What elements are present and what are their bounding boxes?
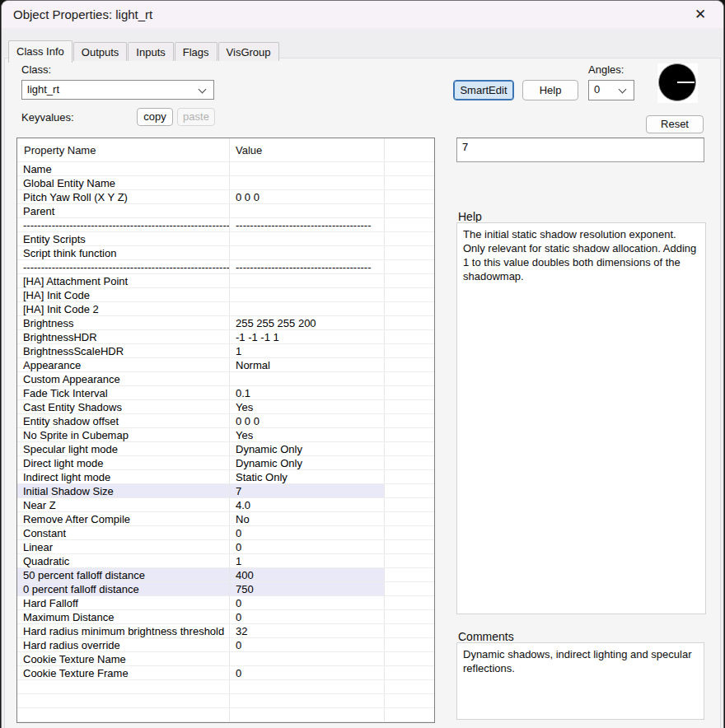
property-value-cell: Dynamic Only — [230, 442, 385, 455]
table-row[interactable]: Hard radius override0 — [17, 638, 434, 652]
table-row[interactable]: Cookie Texture Frame0 — [17, 666, 434, 680]
table-row[interactable]: Constant0 — [17, 526, 434, 540]
table-row[interactable]: ----------------------------------------… — [17, 218, 434, 232]
table-row[interactable]: Entity shadow offset0 0 0 — [17, 414, 434, 428]
row-spacer — [385, 456, 434, 469]
property-value-cell: 400 — [230, 568, 385, 581]
property-name-cell: Parent — [17, 204, 230, 217]
table-row[interactable]: Name — [17, 162, 434, 176]
table-row[interactable]: Direct light modeDynamic Only — [17, 456, 434, 470]
tab-outputs[interactable]: Outputs — [73, 42, 128, 61]
object-properties-dialog: Object Properties: light_rt ✕ Class Info… — [1, 0, 724, 728]
table-row[interactable]: ----------------------------------------… — [17, 260, 434, 274]
tab-inputs[interactable]: Inputs — [128, 42, 173, 61]
paste-button[interactable]: paste — [177, 108, 215, 126]
property-name-cell: Entity shadow offset — [17, 414, 230, 427]
table-row[interactable] — [17, 680, 434, 694]
table-row[interactable]: BrightnessHDR-1 -1 -1 1 — [17, 330, 434, 344]
property-value-cell: 0 0 0 — [230, 414, 385, 427]
property-name-cell: Script think function — [17, 246, 230, 259]
row-spacer — [385, 512, 434, 525]
property-name-cell: ----------------------------------------… — [17, 260, 230, 273]
table-header: Property Name Value — [17, 138, 434, 162]
tab-flags[interactable]: Flags — [175, 42, 218, 61]
table-row[interactable] — [17, 708, 434, 722]
angle-dial-circle — [658, 63, 696, 101]
reset-button[interactable]: Reset — [646, 115, 704, 133]
row-spacer — [385, 246, 434, 259]
property-name-cell — [17, 694, 230, 707]
table-row[interactable]: Quadratic1 — [17, 554, 434, 568]
table-row[interactable]: Parent — [17, 204, 434, 218]
tab-class-info[interactable]: Class Info — [8, 40, 72, 63]
help-button[interactable]: Help — [522, 80, 578, 100]
smartedit-button[interactable]: SmartEdit — [453, 80, 514, 100]
table-row[interactable]: Fade Tick Interval0.1 — [17, 386, 434, 400]
table-row[interactable]: Hard Falloff0 — [17, 596, 434, 610]
table-row[interactable]: [HA] Init Code — [17, 288, 434, 302]
table-row[interactable]: Pitch Yaw Roll (X Y Z)0 0 0 — [17, 190, 434, 204]
row-spacer — [385, 484, 434, 497]
row-spacer — [385, 274, 434, 287]
table-row[interactable]: [HA] Attachment Point — [17, 274, 434, 288]
table-row[interactable]: Near Z4.0 — [17, 498, 434, 512]
table-row[interactable]: No Sprite in CubemapYes — [17, 428, 434, 442]
table-row[interactable]: BrightnessScaleHDR1 — [17, 344, 434, 358]
table-row[interactable]: Custom Appearance — [17, 372, 434, 386]
table-row[interactable]: [HA] Init Code 2 — [17, 302, 434, 316]
row-spacer — [385, 288, 434, 301]
table-row[interactable]: Maximum Distance0 — [17, 610, 434, 624]
tab-visgroup[interactable]: VisGroup — [218, 42, 279, 61]
close-icon[interactable]: ✕ — [690, 6, 710, 24]
table-row[interactable] — [17, 694, 434, 708]
copy-button[interactable]: copy — [137, 108, 173, 126]
row-spacer — [385, 526, 434, 539]
row-spacer — [385, 400, 434, 413]
angles-select-value: 0 — [594, 83, 600, 96]
table-row[interactable]: Initial Shadow Size7 — [17, 484, 434, 498]
property-value-cell: 0 — [230, 610, 385, 623]
angle-indicator-line — [677, 82, 695, 83]
property-name-cell: [HA] Attachment Point — [17, 274, 230, 287]
property-name-cell: Brightness — [17, 316, 230, 329]
property-value-cell: Normal — [230, 358, 385, 371]
table-row[interactable]: Cast Entity ShadowsYes — [17, 400, 434, 414]
property-name-cell: 0 percent falloff distance — [17, 582, 230, 595]
table-row[interactable]: Specular light modeDynamic Only — [17, 442, 434, 456]
header-property-name[interactable]: Property Name — [17, 138, 230, 161]
property-name-cell: Cookie Texture Frame — [17, 666, 230, 679]
table-row[interactable]: Script think function — [17, 246, 434, 260]
property-value-cell — [230, 162, 385, 175]
table-row[interactable]: Hard radius minimum brightness threshold… — [17, 624, 434, 638]
angles-select[interactable]: 0 — [588, 80, 634, 100]
property-value-cell — [230, 274, 385, 287]
table-row[interactable]: 50 percent falloff distance400 — [17, 568, 434, 582]
table-row[interactable]: Entity Scripts — [17, 232, 434, 246]
row-spacer — [385, 232, 434, 245]
table-row[interactable]: Indirect light modeStatic Only — [17, 470, 434, 484]
row-spacer — [385, 414, 434, 427]
table-row[interactable]: Cookie Texture Name — [17, 652, 434, 666]
property-value-cell: 1 — [230, 554, 385, 567]
value-input[interactable]: 7 — [456, 138, 704, 162]
property-value-cell: 0 — [230, 540, 385, 553]
table-row[interactable]: 0 percent falloff distance750 — [17, 582, 434, 596]
property-value-cell: Static Only — [230, 470, 385, 483]
table-row[interactable]: AppearanceNormal — [17, 358, 434, 372]
property-value-cell — [230, 372, 385, 385]
property-value-cell — [230, 694, 385, 707]
class-select[interactable]: light_rt — [21, 80, 214, 100]
row-spacer — [385, 204, 434, 217]
comments-input[interactable]: Dynamic shadows, indirect lighting and s… — [456, 642, 704, 720]
property-name-cell — [17, 680, 230, 693]
property-name-cell: Appearance — [17, 358, 230, 371]
table-row[interactable]: Global Entity Name — [17, 176, 434, 190]
table-row[interactable]: Brightness255 255 255 200 — [17, 316, 434, 330]
property-name-cell: Hard radius override — [17, 638, 230, 651]
property-name-cell: Maximum Distance — [17, 610, 230, 623]
table-row[interactable]: Remove After CompileNo — [17, 512, 434, 526]
header-value[interactable]: Value — [230, 138, 385, 161]
property-name-cell: 50 percent falloff distance — [17, 568, 230, 581]
table-row[interactable]: Linear0 — [17, 540, 434, 554]
angle-dial[interactable] — [657, 63, 698, 103]
